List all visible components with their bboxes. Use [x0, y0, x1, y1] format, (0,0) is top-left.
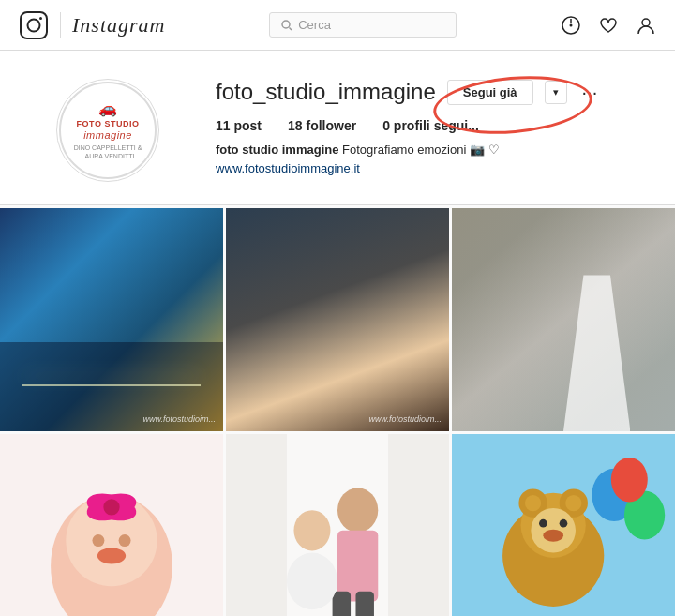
following-count: 0 — [382, 118, 390, 133]
bio-name: foto studio immagine — [216, 143, 338, 157]
profile-icon[interactable] — [636, 15, 656, 36]
instagram-logo-icon — [19, 10, 49, 40]
svg-point-2 — [39, 17, 42, 20]
more-button[interactable]: ··· — [578, 82, 602, 103]
svg-point-14 — [103, 499, 119, 515]
svg-point-25 — [287, 553, 338, 610]
grid-item-4[interactable] — [0, 434, 223, 616]
header-left: Instagram — [19, 10, 165, 40]
grid-item-1[interactable]: www.fotostudioim... — [0, 208, 223, 431]
compass-icon[interactable] — [561, 15, 581, 36]
grid-item-6[interactable]: www.fotostudioimm... www.fotostudioimm..… — [452, 434, 675, 616]
posts-stat: 11 post — [216, 118, 262, 133]
svg-point-3 — [282, 21, 290, 28]
photo-6-content — [452, 434, 675, 616]
svg-point-37 — [565, 495, 581, 511]
svg-point-15 — [92, 534, 104, 547]
heart-icon[interactable] — [598, 15, 619, 36]
profile-info: foto_studio_immagine Segui già ▾ ··· 11 … — [216, 79, 638, 175]
bio-text: Fotografiamo emozioni 📷 ♡ — [342, 143, 499, 157]
svg-point-1 — [28, 19, 40, 31]
search-icon — [281, 20, 292, 31]
profile-top-row: foto_studio_immagine Segui già ▾ ··· — [216, 79, 638, 105]
profile-avatar: 🚗 FOTO STUDIO immagine DINO CAPPELLETTI … — [56, 79, 159, 182]
svg-point-39 — [539, 519, 548, 528]
following-label: profili segui... — [394, 118, 479, 133]
followers-count: 18 — [288, 118, 303, 133]
following-stat: 0 profili segui... — [382, 118, 479, 133]
watermark-1: www.fotostudioim... — [142, 414, 216, 424]
profile-section: 🚗 FOTO STUDIO immagine DINO CAPPELLETTI … — [0, 51, 675, 205]
dropdown-button[interactable]: ▾ — [545, 81, 567, 104]
header-divider — [60, 12, 61, 38]
search-bar[interactable]: Cerca — [269, 12, 457, 38]
photo-5-content — [226, 434, 449, 616]
grid-item-2[interactable]: www.fotostudioim... — [226, 208, 449, 431]
svg-point-20 — [338, 488, 378, 533]
photo-grid: www.fotostudioim... www.fotostudioim... — [0, 205, 675, 616]
svg-point-6 — [569, 23, 572, 26]
svg-rect-21 — [338, 531, 378, 602]
profile-username: foto_studio_immagine — [216, 79, 436, 105]
photo-4-content — [0, 434, 223, 616]
svg-rect-0 — [21, 12, 47, 38]
followers-label: follower — [307, 118, 357, 133]
grid-item-3[interactable] — [452, 208, 675, 431]
header-brand: Instagram — [72, 13, 165, 38]
svg-point-31 — [611, 458, 648, 503]
avatar-logo-sub: DINO CAPPELLETTI & LAURA VENDITTI — [67, 143, 149, 160]
posts-label: post — [233, 118, 262, 133]
followers-stat: 18 follower — [288, 118, 356, 133]
svg-point-17 — [98, 548, 126, 563]
search-placeholder: Cerca — [298, 18, 331, 32]
svg-point-41 — [543, 530, 563, 542]
svg-point-16 — [119, 534, 131, 547]
svg-line-4 — [290, 27, 292, 30]
svg-point-40 — [560, 519, 568, 528]
watermark-2: www.fotostudioim... — [368, 414, 442, 424]
svg-rect-23 — [355, 592, 373, 616]
avatar-inner: 🚗 FOTO STUDIO immagine DINO CAPPELLETTI … — [59, 82, 157, 179]
follow-button[interactable]: Segui già — [447, 80, 533, 105]
grid-item-5[interactable] — [226, 434, 449, 616]
svg-point-36 — [525, 495, 541, 511]
profile-bio: foto studio immagine Fotografiamo emozio… — [216, 143, 638, 157]
svg-point-24 — [293, 510, 330, 550]
svg-rect-22 — [333, 592, 351, 616]
posts-count: 11 — [216, 118, 231, 133]
avatar-logo-text: FOTO STUDIO immagine — [77, 119, 140, 142]
profile-website[interactable]: www.fotostudioimmagine.it — [216, 161, 360, 175]
car-icon: 🚗 — [98, 99, 117, 117]
profile-stats: 11 post 18 follower 0 profili segui... — [216, 118, 638, 133]
header: Instagram Cerca — [0, 0, 675, 51]
svg-point-8 — [642, 19, 650, 26]
header-icons — [561, 15, 656, 36]
